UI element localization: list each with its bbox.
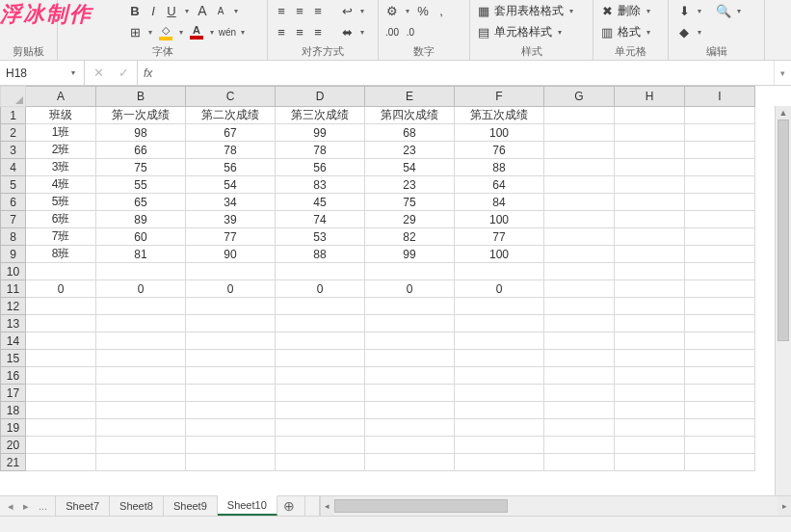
dec-decimal-icon[interactable]: .0 [403,24,418,40]
cell[interactable]: 83 [276,176,365,194]
cell[interactable] [96,332,186,350]
worksheet-grid[interactable]: A B C D E F G H I 1班级第一次成绩第二次成绩第三次成绩第四次成… [0,86,755,471]
scroll-left-icon[interactable]: ◂ [321,496,334,516]
cell[interactable]: 67 [186,124,276,142]
cell[interactable]: 8班 [26,246,96,263]
border-icon[interactable]: ⊞ [127,24,143,40]
cell[interactable] [186,454,276,471]
cell[interactable]: 74 [276,211,365,228]
cell[interactable] [276,332,365,350]
col-header[interactable]: D [276,87,365,107]
cell[interactable] [685,332,755,350]
cell[interactable] [26,350,96,367]
cell[interactable] [365,437,455,454]
cell[interactable]: 100 [455,124,544,142]
cell[interactable] [276,263,365,280]
cell[interactable]: 99 [365,246,455,263]
cell[interactable] [544,385,615,402]
cell[interactable]: 第四次成绩 [365,107,455,124]
cell[interactable] [685,142,755,159]
cell[interactable] [26,385,96,402]
col-header[interactable]: F [455,87,544,107]
cell[interactable] [685,454,755,471]
merge-icon[interactable]: ⬌ [339,24,355,40]
row-header[interactable]: 10 [1,263,26,280]
fill-color-icon[interactable]: ◇ [158,24,173,40]
cell[interactable] [544,367,615,385]
fill-dd[interactable]: ▾ [176,24,186,40]
cell[interactable] [615,315,685,332]
underline-dd[interactable]: ▾ [182,3,192,18]
align-mid-icon[interactable]: ≡ [292,3,307,18]
cell[interactable] [685,350,755,367]
cell[interactable] [276,402,365,419]
bold-icon[interactable]: B [127,3,143,18]
cell[interactable] [544,142,615,159]
cell[interactable] [685,246,755,263]
cell[interactable]: 7班 [26,228,96,246]
cell[interactable] [685,263,755,280]
cell[interactable] [615,159,685,176]
cell[interactable]: 0 [186,280,276,298]
cell[interactable]: 0 [26,280,96,298]
cell[interactable]: 66 [96,142,186,159]
cell[interactable]: 2班 [26,142,96,159]
clear-icon[interactable]: ◆ [676,24,692,40]
cell[interactable] [26,402,96,419]
cell[interactable] [26,315,96,332]
col-header[interactable]: B [96,87,186,107]
cell[interactable] [544,298,615,315]
cell[interactable] [685,107,755,124]
cell[interactable]: 3班 [26,159,96,176]
clear-dd[interactable]: ▾ [695,24,704,40]
cell[interactable]: 76 [455,142,544,159]
cell[interactable] [685,402,755,419]
cell[interactable] [685,159,755,176]
cell[interactable] [365,367,455,385]
cell[interactable]: 54 [365,159,455,176]
cell[interactable]: 4班 [26,176,96,194]
cell[interactable] [615,124,685,142]
add-sheet-button[interactable]: ⊕ [277,496,301,516]
row-header[interactable]: 5 [1,176,26,194]
cell[interactable] [544,246,615,263]
align-center-icon[interactable]: ≡ [292,24,307,40]
vscroll-thumb[interactable] [778,120,789,341]
cell[interactable] [685,437,755,454]
cell[interactable] [544,194,615,211]
cell[interactable] [96,315,186,332]
cell[interactable] [276,298,365,315]
cell[interactable] [365,315,455,332]
align-left-icon[interactable]: ≡ [274,24,289,40]
phonetic-dd[interactable]: ▾ [238,24,248,40]
cell[interactable] [365,263,455,280]
row-header[interactable]: 7 [1,211,26,228]
col-header[interactable]: E [365,87,455,107]
cell[interactable] [365,350,455,367]
cell[interactable] [455,437,544,454]
cell[interactable]: 77 [455,228,544,246]
fill-dd2[interactable]: ▾ [695,3,704,18]
row-header[interactable]: 4 [1,159,26,176]
cell[interactable] [96,367,186,385]
cell[interactable] [544,419,615,437]
cell[interactable]: 90 [186,246,276,263]
merge-dd[interactable]: ▾ [357,24,367,40]
font-grow-icon[interactable]: A [195,3,210,18]
hscroll-thumb[interactable] [334,499,508,513]
cell[interactable] [186,367,276,385]
cell[interactable] [685,419,755,437]
sheet-tab[interactable]: Sheet8 [110,496,164,516]
cell[interactable] [365,332,455,350]
fill-icon[interactable]: ⬇ [676,3,692,18]
cell[interactable] [26,367,96,385]
cell[interactable] [365,385,455,402]
cell[interactable] [186,385,276,402]
cell[interactable]: 84 [455,194,544,211]
cell[interactable] [544,402,615,419]
cell[interactable] [96,298,186,315]
cell[interactable] [544,124,615,142]
numfmt-dd[interactable]: ▾ [403,3,412,18]
cell[interactable] [96,350,186,367]
cell[interactable] [96,263,186,280]
